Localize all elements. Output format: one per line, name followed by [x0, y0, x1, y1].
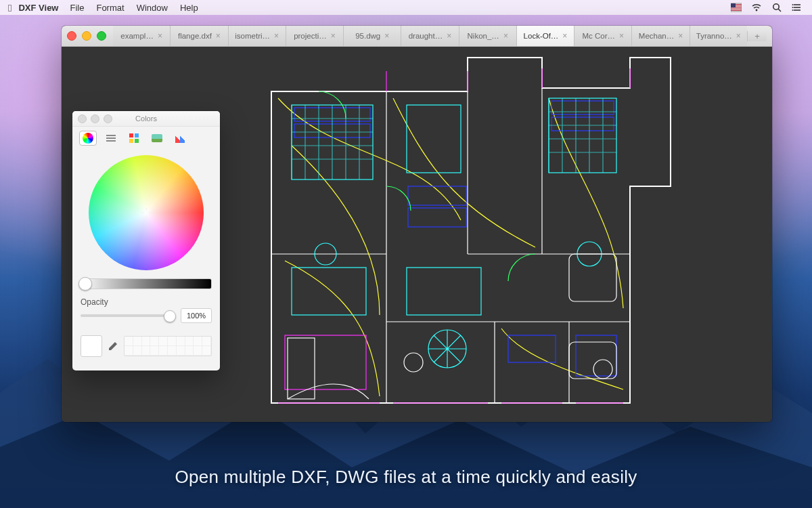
colors-panel-titlebar[interactable]: Colors [72, 111, 220, 127]
svg-rect-4 [731, 9, 742, 9]
tab-label: draught… [409, 32, 443, 40]
tab-close-icon[interactable]: × [619, 32, 624, 40]
svg-point-36 [404, 353, 423, 372]
tab-label: Nikon_… [468, 32, 499, 40]
swatch-grid[interactable] [124, 336, 212, 356]
color-mode-tabs [72, 127, 220, 150]
tab-close-icon[interactable]: × [216, 32, 221, 40]
svg-rect-20 [292, 268, 366, 315]
svg-rect-27 [551, 117, 614, 131]
window-traffic-lights [67, 31, 106, 41]
input-source-icon[interactable] [731, 2, 742, 13]
tab-close-icon[interactable]: × [158, 32, 162, 40]
color-wheel-cursor-icon [141, 208, 151, 217]
svg-point-8 [773, 4, 779, 9]
tab-1[interactable]: flange.dxf× [170, 26, 227, 46]
svg-rect-28 [408, 186, 466, 205]
brightness-slider-thumb[interactable] [78, 277, 92, 291]
svg-rect-18 [549, 98, 616, 173]
tab-label: Lock-Of… [524, 32, 559, 40]
svg-rect-26 [551, 101, 614, 114]
tab-0[interactable]: exampl…× [113, 26, 170, 46]
new-tab-button[interactable]: + [747, 31, 767, 41]
tab-label: Tyranno… [696, 32, 732, 40]
color-wheel[interactable] [89, 155, 204, 270]
tab-close-icon[interactable]: × [503, 32, 508, 40]
current-color-swatch[interactable] [81, 335, 102, 357]
tab-close-icon[interactable]: × [447, 32, 451, 40]
tab-close-icon[interactable]: × [736, 32, 741, 40]
tab-4[interactable]: 95.dwg× [343, 26, 401, 46]
tab-close-icon[interactable]: × [562, 32, 567, 40]
svg-point-14 [792, 7, 794, 8]
opacity-value[interactable]: 100% [181, 308, 212, 323]
opacity-slider[interactable] [81, 314, 175, 317]
system-menubar:  DXF View File Format Window Help [0, 0, 812, 15]
tab-10[interactable]: Tyranno…× [690, 26, 747, 46]
colors-panel-title: Colors [135, 114, 157, 123]
tab-8[interactable]: Mc Cor…× [574, 26, 631, 46]
svg-rect-33 [569, 254, 616, 301]
menu-file[interactable]: File [64, 3, 91, 13]
tab-label: isometri… [235, 32, 270, 40]
color-mode-palettes[interactable] [125, 131, 143, 146]
menu-format[interactable]: Format [90, 3, 130, 13]
tab-strip: exampl…×flange.dxf×isometri…×projecti…×9… [113, 26, 747, 46]
color-mode-wheel[interactable] [79, 131, 97, 146]
close-window-button[interactable] [67, 31, 76, 41]
promo-caption: Open multiple DXF, DWG files at a time q… [0, 467, 812, 488]
notification-center-icon[interactable] [792, 2, 803, 13]
eyedropper-icon[interactable] [108, 341, 118, 352]
svg-rect-6 [731, 3, 736, 7]
color-mode-sliders[interactable] [102, 131, 120, 146]
tab-label: Mc Cor… [582, 32, 615, 40]
color-mode-crayons[interactable] [171, 131, 189, 146]
color-mode-image[interactable] [148, 131, 166, 146]
svg-rect-29 [408, 208, 466, 227]
svg-rect-19 [407, 268, 481, 315]
tab-close-icon[interactable]: × [678, 32, 683, 40]
svg-line-9 [778, 9, 781, 12]
tab-label: projecti… [294, 32, 327, 40]
svg-point-13 [792, 4, 794, 5]
tab-close-icon[interactable]: × [331, 32, 336, 40]
spotlight-icon[interactable] [771, 2, 782, 13]
svg-point-7 [756, 9, 758, 12]
svg-rect-30 [508, 335, 556, 362]
window-titlebar[interactable]: exampl…×flange.dxf×isometri…×projecti…×9… [62, 26, 772, 47]
tab-label: 95.dwg [355, 32, 380, 40]
tab-5[interactable]: draught…× [401, 26, 458, 46]
panel-zoom-button[interactable] [104, 114, 112, 123]
panel-minimize-button[interactable] [91, 114, 99, 123]
panel-close-button[interactable] [78, 114, 87, 123]
apple-menu-icon[interactable]:  [8, 3, 18, 13]
app-name[interactable]: DXF View [18, 3, 64, 13]
tab-2[interactable]: isometri…× [228, 26, 286, 46]
tab-label: flange.dxf [178, 32, 212, 40]
floorplan-drawing [251, 51, 684, 420]
tab-label: exampl… [120, 32, 154, 40]
opacity-label: Opacity [72, 289, 220, 308]
svg-point-15 [792, 9, 794, 11]
svg-rect-5 [731, 10, 742, 11]
svg-rect-31 [576, 335, 616, 376]
menu-window[interactable]: Window [131, 3, 174, 13]
tab-close-icon[interactable]: × [274, 32, 279, 40]
tab-7[interactable]: Lock-Of…× [516, 26, 574, 46]
tab-label: Mechan… [639, 32, 674, 40]
desktop-wallpaper:  DXF View File Format Window Help [0, 0, 812, 508]
tab-9[interactable]: Mechan…× [631, 26, 689, 46]
menu-help[interactable]: Help [174, 3, 204, 13]
brightness-slider[interactable] [81, 278, 212, 289]
zoom-window-button[interactable] [97, 31, 106, 41]
colors-panel[interactable]: Colors Opacity 100% [72, 111, 220, 371]
tab-3[interactable]: projecti…× [286, 26, 343, 46]
wifi-icon[interactable] [751, 2, 762, 13]
tab-6[interactable]: Nikon_…× [459, 26, 516, 46]
opacity-slider-thumb[interactable] [164, 310, 176, 322]
tab-close-icon[interactable]: × [384, 32, 389, 40]
svg-rect-32 [285, 335, 366, 389]
minimize-window-button[interactable] [82, 31, 91, 41]
